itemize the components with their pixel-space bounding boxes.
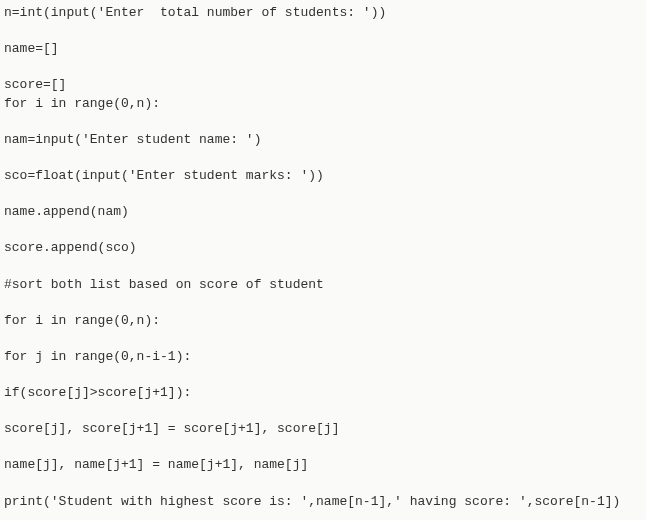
code-line — [4, 402, 642, 420]
code-line: nam=input('Enter student name: ') — [4, 131, 642, 149]
code-line — [4, 330, 642, 348]
code-line: for i in range(0,n): — [4, 95, 642, 113]
code-line: score=[] — [4, 76, 642, 94]
code-line — [4, 294, 642, 312]
code-block: n=int(input('Enter total number of stude… — [4, 4, 642, 511]
code-line: n=int(input('Enter total number of stude… — [4, 4, 642, 22]
code-line — [4, 22, 642, 40]
code-line — [4, 113, 642, 131]
code-line — [4, 258, 642, 276]
code-line — [4, 366, 642, 384]
code-line: sco=float(input('Enter student marks: ')… — [4, 167, 642, 185]
code-line — [4, 221, 642, 239]
code-line: score.append(sco) — [4, 239, 642, 257]
code-line — [4, 149, 642, 167]
code-line: print('Student with highest score is: ',… — [4, 493, 642, 511]
code-line — [4, 185, 642, 203]
code-line: name.append(nam) — [4, 203, 642, 221]
code-line — [4, 438, 642, 456]
code-line: score[j], score[j+1] = score[j+1], score… — [4, 420, 642, 438]
code-line: name=[] — [4, 40, 642, 58]
code-line: if(score[j]>score[j+1]): — [4, 384, 642, 402]
code-line — [4, 475, 642, 493]
code-line: for i in range(0,n): — [4, 312, 642, 330]
code-line: #sort both list based on score of studen… — [4, 276, 642, 294]
code-line: name[j], name[j+1] = name[j+1], name[j] — [4, 456, 642, 474]
code-line: for j in range(0,n-i-1): — [4, 348, 642, 366]
code-line — [4, 58, 642, 76]
